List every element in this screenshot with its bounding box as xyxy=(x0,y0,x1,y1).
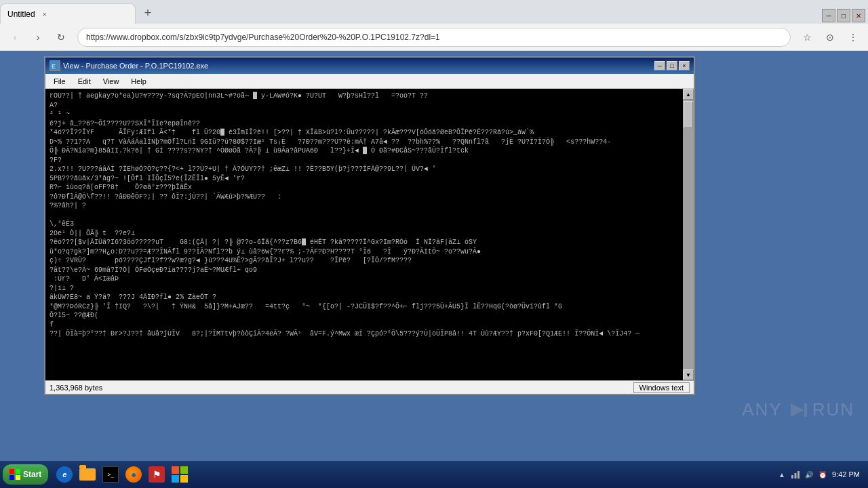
popup-menu-help[interactable]: Help xyxy=(125,76,152,87)
watermark-text: ANY xyxy=(742,399,782,420)
window-maximize-button[interactable]: □ xyxy=(837,9,850,22)
popup-close-button[interactable]: × xyxy=(679,61,690,70)
svg-rect-6 xyxy=(9,475,14,480)
scroll-down-button[interactable]: ▼ xyxy=(683,369,694,380)
tab-title: Untitled xyxy=(7,9,35,19)
svg-rect-4 xyxy=(9,469,14,474)
svg-rect-3 xyxy=(804,403,807,417)
popup-title: View - Purchase Order - P.O.1PC19102.exe xyxy=(63,62,652,70)
forward-button[interactable]: › xyxy=(28,28,47,47)
scroll-thumb[interactable] xyxy=(684,101,693,128)
browser-menu-button[interactable]: ⋮ xyxy=(844,28,863,47)
popup-menu-view[interactable]: View xyxy=(98,76,125,87)
svg-rect-13 xyxy=(795,473,797,479)
windows-logo-icon xyxy=(9,469,20,480)
taskbar-folder-icon[interactable] xyxy=(77,464,98,485)
taskbar-ie-icon[interactable]: e xyxy=(54,464,75,485)
status-type: Windows text xyxy=(633,382,690,393)
url-text: https://www.dropbox.com/s/zbx9ic9tp7ydvg… xyxy=(86,33,782,42)
taskbar-windows-icon[interactable] xyxy=(169,464,191,485)
watermark: ANY RUN xyxy=(742,399,854,420)
popup-content-area: rOU??| † aegkay?o*ea)U?#???y-?sq?Â?pEO|n… xyxy=(45,89,694,380)
start-label: Start xyxy=(23,470,41,479)
popup-menu-file[interactable]: File xyxy=(48,76,71,87)
watermark-logo xyxy=(785,401,810,420)
window-minimize-button[interactable]: ─ xyxy=(822,9,835,22)
address-bar[interactable]: https://www.dropbox.com/s/zbx9ic9tp7ydvg… xyxy=(77,28,791,47)
svg-rect-14 xyxy=(797,471,800,479)
popup-scrollbar[interactable]: ▲ ▼ xyxy=(683,89,694,380)
refresh-button[interactable]: ↻ xyxy=(52,28,71,47)
popup-window: E View - Purchase Order - P.O.1PC19102.e… xyxy=(44,56,695,395)
taskbar-antivirus-icon[interactable]: ⚑ xyxy=(146,464,167,485)
account-button[interactable]: ⊙ xyxy=(821,28,840,47)
svg-rect-5 xyxy=(16,469,20,474)
bookmark-button[interactable]: ☆ xyxy=(797,28,816,47)
desktop: E View - Purchase Order - P.O.1PC19102.e… xyxy=(0,51,868,461)
browser-navigation: ‹ › ↻ https://www.dropbox.com/s/zbx9ic9t… xyxy=(0,24,868,51)
tray-clock-icon: ⏰ xyxy=(817,469,828,480)
system-tray: ▲ 🔊 ⏰ xyxy=(776,469,828,480)
taskbar-apps: e >_ ● ⚑ xyxy=(51,464,774,485)
scroll-up-button[interactable]: ▲ xyxy=(683,89,694,100)
status-bytes: 1,363,968 bytes xyxy=(50,384,633,392)
taskbar-time: 9:42 PM xyxy=(832,470,860,479)
svg-rect-12 xyxy=(791,475,793,479)
window-close-button[interactable]: ✕ xyxy=(852,9,865,22)
taskbar-right: ▲ 🔊 ⏰ 9:42 PM xyxy=(776,469,865,480)
tray-network-icon xyxy=(790,469,801,480)
taskbar: Start e >_ ● ⚑ xyxy=(0,461,868,488)
taskbar-cmd-icon[interactable]: >_ xyxy=(100,464,121,485)
svg-rect-10 xyxy=(172,475,179,483)
popup-maximize-button[interactable]: □ xyxy=(667,61,677,70)
popup-window-controls: ─ □ × xyxy=(654,61,690,70)
popup-menu-edit[interactable]: Edit xyxy=(73,76,96,87)
taskbar-firefox-icon[interactable]: ● xyxy=(123,464,144,485)
tray-volume-icon: 🔊 xyxy=(804,469,814,480)
popup-minimize-button[interactable]: ─ xyxy=(654,61,665,70)
svg-text:E: E xyxy=(52,63,56,70)
tab-bar: Untitled × + ─ □ ✕ xyxy=(0,0,868,24)
popup-icon: E xyxy=(50,60,60,71)
back-button[interactable]: ‹ xyxy=(5,28,24,47)
browser-chrome: Untitled × + ─ □ ✕ ‹ › ↻ https://www.dro… xyxy=(0,0,868,51)
start-button[interactable]: Start xyxy=(3,464,48,485)
svg-rect-7 xyxy=(16,475,20,480)
new-tab-button[interactable]: + xyxy=(138,3,157,22)
popup-statusbar: 1,363,968 bytes Windows text xyxy=(45,380,694,394)
svg-rect-11 xyxy=(180,475,188,483)
popup-text-area[interactable]: rOU??| † aegkay?o*ea)U?#???y-?sq?Â?pEO|n… xyxy=(45,89,683,380)
watermark-suffix: RUN xyxy=(812,399,854,420)
svg-marker-2 xyxy=(791,403,804,417)
scroll-track[interactable] xyxy=(683,100,694,369)
popup-menubar: File Edit View Help xyxy=(45,74,694,89)
popup-titlebar: E View - Purchase Order - P.O.1PC19102.e… xyxy=(45,58,694,74)
windows-flag-icon xyxy=(172,466,188,483)
tray-icon-1: ▲ xyxy=(776,469,787,480)
svg-rect-9 xyxy=(180,466,188,474)
browser-tab-active[interactable]: Untitled × xyxy=(0,3,136,24)
svg-rect-8 xyxy=(172,466,179,474)
tab-close-button[interactable]: × xyxy=(39,9,50,20)
